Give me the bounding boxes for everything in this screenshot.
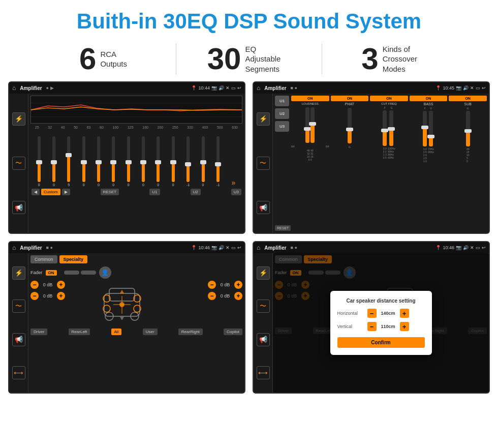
eq-thumb-3[interactable]	[81, 160, 87, 164]
cross-bass-s1[interactable]	[423, 111, 427, 146]
cross-ch-loudness-on[interactable]: ON	[291, 96, 329, 101]
cross-reset-button[interactable]: RESET	[275, 225, 291, 231]
fader2-home-icon[interactable]: ⌂	[257, 244, 260, 251]
cross-l-thumb2[interactable]	[309, 122, 316, 126]
eq-thumb-5[interactable]	[110, 160, 116, 164]
fader-rearright-button[interactable]: RearRight	[178, 328, 203, 335]
cross-loudness-s2[interactable]	[310, 107, 315, 143]
eq-thumb-11[interactable]	[200, 160, 206, 164]
eq-track-0[interactable]	[38, 136, 41, 182]
cross-cutfreq-s1[interactable]	[383, 110, 387, 146]
dialog-horizontal-plus[interactable]: +	[400, 309, 409, 318]
fader-home-icon[interactable]: ⌂	[12, 244, 16, 251]
eq-sidebar-eq[interactable]: ⚡	[12, 112, 25, 126]
eq-sidebar-speaker[interactable]: 📢	[12, 201, 25, 214]
cross-sidebar-eq[interactable]: ⚡	[257, 112, 270, 126]
eq-preset-custom[interactable]: Custom	[41, 189, 60, 195]
cross-b-thumb1[interactable]	[421, 126, 428, 129]
cross-sidebar-wave[interactable]: 〜	[257, 157, 270, 170]
confirm-button[interactable]: Confirm	[337, 337, 425, 348]
cross-preset-u1[interactable]: U1	[275, 96, 289, 106]
cross-b-thumb2[interactable]	[427, 135, 434, 138]
eq-prev-button[interactable]: ◀	[32, 189, 40, 195]
cross-sub-s1[interactable]	[466, 111, 470, 146]
fader2-sidebar-speaker[interactable]: 📢	[257, 333, 270, 346]
cross-s-thumb1[interactable]	[464, 129, 472, 133]
fader2-sidebar-expand[interactable]: ⟷	[257, 366, 270, 379]
eq-track-7[interactable]	[142, 136, 145, 182]
fader2-sidebar-eq[interactable]: ⚡	[257, 266, 270, 280]
cross-phat-s1[interactable]	[348, 108, 352, 143]
cross-p-thumb1[interactable]	[346, 128, 353, 131]
eq-u1-button[interactable]: U1	[149, 189, 160, 195]
db-minus-4[interactable]: −	[208, 292, 216, 300]
cross-preset-u3[interactable]: U3	[275, 121, 289, 132]
expand-arrows-icon[interactable]: »	[231, 163, 235, 187]
eq-track-12[interactable]	[216, 136, 220, 182]
eq-track-11[interactable]	[202, 136, 205, 182]
eq-thumb-6[interactable]	[126, 160, 132, 164]
eq-thumb-8[interactable]	[155, 160, 161, 164]
fader-all-button[interactable]: All	[111, 328, 122, 335]
dialog-horizontal-minus[interactable]: −	[367, 309, 377, 318]
eq-thumb-7[interactable]	[140, 160, 146, 164]
fader-h-slider-2[interactable]	[81, 271, 96, 275]
fader-user-button[interactable]: User	[143, 328, 158, 335]
cross-home-icon[interactable]: ⌂	[257, 84, 260, 92]
db-minus-1[interactable]: −	[30, 281, 39, 289]
cross-cf-thumb2[interactable]	[388, 127, 395, 131]
eq-next-button[interactable]: ▶	[62, 189, 70, 195]
eq-track-3[interactable]	[82, 136, 85, 182]
eq-thumb-12[interactable]	[215, 162, 221, 166]
eq-thumb-0[interactable]	[36, 160, 42, 164]
home-icon[interactable]: ⌂	[12, 84, 16, 92]
dialog-vertical-minus[interactable]: −	[367, 322, 377, 331]
cross-bass-s2[interactable]	[429, 111, 433, 146]
cross-cutfreq-s2[interactable]	[389, 110, 393, 146]
eq-track-1[interactable]	[52, 136, 55, 182]
fader-sidebar-expand[interactable]: ⟷	[12, 366, 25, 379]
fader2-sidebar-wave[interactable]: 〜	[257, 300, 270, 313]
eq-track-5[interactable]	[112, 136, 115, 182]
eq-track-6[interactable]	[127, 136, 130, 182]
cross-ch-bass-on[interactable]: ON	[410, 96, 448, 101]
eq-thumb-9[interactable]	[170, 160, 176, 164]
cross-ch-phat-on[interactable]: ON	[331, 96, 369, 101]
cross-l-thumb1[interactable]	[304, 127, 311, 131]
fader-sidebar-speaker[interactable]: 📢	[12, 333, 25, 346]
cross-ch-cutfreq-on[interactable]: ON	[370, 96, 408, 101]
cross-sidebar-speaker[interactable]: 📢	[257, 201, 270, 214]
fader-tab-common[interactable]: Common	[30, 255, 57, 263]
eq-thumb-2[interactable]	[66, 153, 72, 157]
db-plus-1[interactable]: +	[57, 281, 65, 289]
fader-profile-icon[interactable]: 👤	[99, 266, 111, 279]
eq-track-9[interactable]	[172, 136, 175, 182]
cross-ch-sub-on[interactable]: ON	[449, 96, 487, 101]
fader-tab-specialty[interactable]: Specialty	[59, 255, 88, 263]
db-plus-2[interactable]: +	[57, 292, 65, 300]
fader-h-slider-1[interactable]	[64, 271, 79, 275]
eq-thumb-1[interactable]	[51, 160, 57, 164]
cross-preset-u2[interactable]: U2	[275, 108, 289, 119]
fader-rearleft-button[interactable]: RearLeft	[69, 328, 90, 335]
cross-cf-thumb1[interactable]	[381, 129, 388, 132]
fader-copilot-button[interactable]: Copilot	[224, 328, 242, 335]
eq-track-8[interactable]	[157, 136, 160, 182]
dialog-vertical-plus[interactable]: +	[400, 322, 409, 331]
eq-thumb-10[interactable]	[185, 162, 191, 166]
eq-sidebar-wave[interactable]: 〜	[12, 157, 25, 170]
eq-track-4[interactable]	[97, 136, 100, 182]
db-plus-4[interactable]: +	[234, 292, 242, 300]
eq-track-2[interactable]	[67, 136, 70, 182]
eq-thumb-4[interactable]	[96, 160, 102, 164]
fader-on-button[interactable]: ON	[46, 270, 57, 276]
eq-u2-button[interactable]: U2	[191, 189, 201, 195]
eq-u3-button[interactable]: U3	[231, 189, 241, 195]
eq-track-10[interactable]	[186, 136, 190, 182]
db-plus-3[interactable]: +	[234, 281, 242, 289]
db-minus-3[interactable]: −	[208, 281, 216, 289]
eq-reset-button[interactable]: RESET	[101, 189, 119, 195]
fader-driver-button[interactable]: Driver	[30, 328, 47, 335]
db-minus-2[interactable]: −	[30, 292, 39, 300]
fader-sidebar-eq[interactable]: ⚡	[12, 266, 25, 280]
